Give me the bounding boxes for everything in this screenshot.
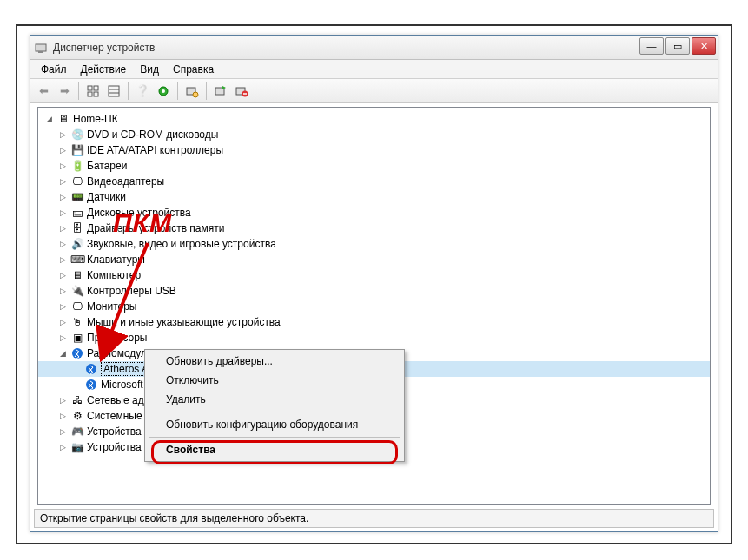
gear-icon [156, 84, 170, 98]
context-menu: Обновить драйверы... Отключить Удалить О… [144, 349, 405, 462]
expand-icon[interactable]: ▷ [57, 412, 68, 420]
collapse-icon[interactable]: ◢ [57, 349, 68, 358]
disc-icon: 💿 [70, 128, 84, 142]
expand-icon[interactable]: ▷ [57, 146, 68, 155]
forward-button[interactable]: ➡ [55, 82, 74, 101]
uninstall-button[interactable] [232, 82, 251, 101]
drive-icon: 🖴 [70, 206, 84, 220]
forward-icon: ➡ [60, 84, 70, 97]
toolbar-separator [177, 82, 178, 100]
expand-icon[interactable]: ▷ [57, 208, 68, 217]
statusbar: Открытие страницы свойств для выделенног… [34, 509, 714, 528]
tree-category[interactable]: ▷🖥Компьютер [38, 267, 710, 283]
help-icon: ❔ [136, 84, 149, 97]
update-driver-button[interactable] [211, 82, 230, 101]
tree-label: Клавиатуры [87, 254, 145, 266]
bluetooth-icon [84, 362, 98, 376]
expand-icon[interactable]: ▷ [57, 443, 68, 451]
maximize-button[interactable]: ▭ [665, 37, 690, 55]
mouse-icon: 🖱 [70, 315, 84, 329]
action-button[interactable] [154, 82, 173, 101]
hid-icon: 🎮 [70, 425, 84, 438]
tree-category[interactable]: ▷🔊Звуковые, видео и игровые устройства [38, 236, 710, 252]
status-text: Открытие страницы свойств для выделенног… [40, 512, 308, 524]
expand-icon[interactable]: ▷ [57, 318, 68, 326]
menu-view[interactable]: Вид [133, 62, 166, 77]
tree-category[interactable]: ▷▣Процессоры [38, 330, 710, 346]
menu-action[interactable]: Действие [74, 62, 134, 77]
system-icon: ⚙ [70, 409, 84, 423]
tree-label: IDE ATA/ATAPI контроллеры [87, 144, 223, 156]
svg-rect-0 [36, 44, 46, 51]
cpu-icon: ▣ [70, 331, 84, 345]
sound-icon: 🔊 [70, 237, 84, 251]
expand-icon[interactable]: ▷ [57, 333, 68, 342]
bluetooth-icon [70, 346, 84, 360]
menu-help[interactable]: Справка [166, 62, 221, 77]
titlebar: Диспетчер устройств — ▭ ✕ [30, 36, 718, 60]
show-hidden-button[interactable] [83, 82, 103, 101]
tree-category[interactable]: ▷🖵Мониторы [38, 299, 710, 314]
toolbar-separator [206, 82, 207, 100]
ctx-separator [149, 412, 400, 412]
svg-rect-3 [94, 86, 98, 90]
properties-button[interactable] [104, 82, 123, 101]
tree-category[interactable]: ▷🔌Контроллеры USB [38, 283, 710, 299]
sensor-icon: 📟 [70, 190, 84, 204]
tree-category[interactable]: ▷🔋Батареи [38, 158, 710, 174]
minimize-button[interactable]: — [639, 37, 664, 55]
scan-button[interactable] [182, 82, 202, 101]
tree-category[interactable]: ▷🖵Видеоадаптеры [38, 174, 710, 189]
tree-category[interactable]: ▷⌨Клавиатуры [38, 252, 710, 267]
ctx-uninstall[interactable]: Удалить [147, 390, 402, 409]
tree-label: Датчики [87, 191, 126, 203]
ctx-disable[interactable]: Отключить [147, 371, 402, 390]
help-button[interactable]: ❔ [133, 82, 152, 101]
menu-file[interactable]: Файл [34, 62, 74, 77]
svg-rect-1 [38, 51, 43, 53]
svg-rect-4 [88, 92, 92, 96]
ctx-update-drivers[interactable]: Обновить драйверы... [147, 352, 402, 371]
expand-icon[interactable]: ▷ [57, 427, 68, 436]
window-title: Диспетчер устройств [53, 42, 155, 54]
expand-icon[interactable]: ▷ [57, 193, 68, 201]
expand-icon[interactable]: ▷ [57, 271, 68, 280]
back-button[interactable]: ⬅ [34, 82, 53, 101]
expand-icon[interactable]: ▷ [57, 240, 68, 248]
window-controls: — ▭ ✕ [639, 37, 716, 55]
expand-icon[interactable]: ▷ [57, 177, 68, 186]
svg-rect-6 [109, 86, 119, 96]
menubar: Файл Действие Вид Справка [30, 60, 718, 79]
tree-label: DVD и CD-ROM дисководы [87, 128, 218, 141]
expand-icon[interactable]: ▷ [57, 302, 68, 311]
image-icon: 📷 [70, 440, 84, 454]
uninstall-icon [235, 84, 248, 98]
computer-icon: 🖥 [56, 112, 70, 126]
ctx-scan-hardware[interactable]: Обновить конфигурацию оборудования [147, 415, 402, 434]
svg-rect-5 [94, 92, 98, 96]
tree-label: Звуковые, видео и игровые устройства [87, 238, 276, 250]
collapse-icon[interactable]: ◢ [43, 115, 54, 123]
tree-category[interactable]: ▷🖱Мыши и иные указывающие устройства [38, 314, 710, 330]
ctx-properties[interactable]: Свойства [147, 440, 402, 459]
tree-root[interactable]: ◢🖥Home-ПК [38, 111, 710, 127]
bluetooth-icon [84, 378, 98, 392]
app-icon [34, 41, 48, 55]
annotation-label: ПКМ [113, 208, 172, 238]
expand-icon[interactable]: ▷ [57, 130, 68, 139]
tree-label: Батареи [87, 160, 127, 172]
expand-icon[interactable]: ▷ [57, 287, 68, 295]
toolbar-separator [78, 82, 79, 100]
tree-category[interactable]: ▷📟Датчики [38, 189, 710, 205]
ctx-separator [149, 437, 400, 438]
close-button[interactable]: ✕ [692, 37, 716, 55]
expand-icon[interactable]: ▷ [57, 161, 68, 170]
expand-icon[interactable]: ▷ [57, 255, 68, 264]
tree-label: Видеоадаптеры [87, 175, 164, 188]
svg-rect-2 [88, 86, 92, 90]
expand-icon[interactable]: ▷ [57, 396, 68, 405]
tree-category[interactable]: ▷💿DVD и CD-ROM дисководы [38, 127, 710, 142]
expand-icon[interactable]: ▷ [57, 224, 68, 233]
tree-label: Home-ПК [73, 113, 118, 125]
tree-category[interactable]: ▷💾IDE ATA/ATAPI контроллеры [38, 142, 710, 158]
